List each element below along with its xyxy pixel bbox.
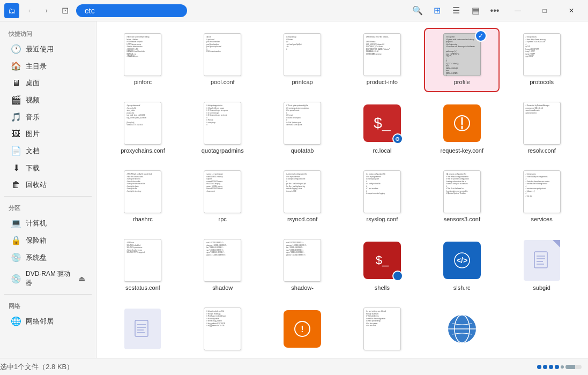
file-thumb-sensors3conf: # A sensors configuration file# This def… bbox=[441, 170, 483, 213]
file-name-quotatab: quotatab bbox=[291, 147, 314, 154]
sidebar-item-trash[interactable]: 🗑 回收站 bbox=[2, 177, 94, 193]
back-button[interactable]: ‹ bbox=[23, 4, 36, 18]
file-thumb-rclocal: $_ ⚙ bbox=[361, 102, 404, 145]
sidebar-item-music[interactable]: 🎵 音乐 bbox=[2, 109, 94, 125]
file-name-printcap: printcap bbox=[292, 78, 313, 86]
file-item-printcap[interactable]: # /etc/printcap# Printerslp:\ :sd=/var/s… bbox=[265, 28, 340, 92]
sidebar-label-video: 视频 bbox=[26, 95, 40, 105]
quick-access-title: 快捷访问 bbox=[0, 26, 96, 40]
file-item-extra4[interactable]: # a port settings are definedthrough bui… bbox=[344, 302, 420, 358]
file-item-extra3[interactable]: ! bbox=[265, 302, 340, 358]
selected-checkmark: ✓ bbox=[475, 30, 487, 42]
file-item-poolconf[interactable]: @root# pool.confpool /dev/urandompool /d… bbox=[185, 28, 260, 92]
file-thumb-printcap: # /etc/printcap# Printerslp:\ :sd=/var/s… bbox=[281, 33, 324, 76]
file-name-shadow-dash: shadow- bbox=[291, 284, 314, 291]
sidebar-item-network[interactable]: 🌐 网络邻居 bbox=[2, 313, 94, 329]
file-item-shadow-dash[interactable]: root:!:18395:0:99999:7:::daemon:*:18395:… bbox=[265, 234, 340, 298]
txt-icon-sestatusconf: # SELinuxSELINUX=disabledSELINUX=permiss… bbox=[124, 239, 161, 282]
sidebar-item-vault[interactable]: 🔒 保险箱 bbox=[2, 232, 94, 249]
sidebar-item-computer[interactable]: 💻 计算机 bbox=[2, 215, 94, 231]
file-thumb-extra5 bbox=[441, 308, 483, 350]
file-item-rsyslogconf[interactable]: # a syslog configuration file# for rsysl… bbox=[344, 165, 420, 229]
request-icon bbox=[443, 104, 481, 142]
file-item-subgid[interactable]: subgid bbox=[504, 234, 579, 298]
statusbar: 选中1个文件（2.8 KB） bbox=[0, 358, 588, 375]
close-button[interactable]: ✕ bbox=[559, 2, 584, 19]
file-item-requestkeyconf[interactable]: request-key.conf bbox=[424, 96, 500, 161]
file-thumb-rpc: sunrpc 111 portmapperrstatd 100001 rstat… bbox=[201, 170, 244, 213]
file-area[interactable]: if there are some default settingbelow, … bbox=[96, 21, 588, 358]
network-title: 网络 bbox=[0, 298, 96, 312]
txt-icon-pinforc: if there are some default settingbelow, … bbox=[124, 33, 161, 76]
file-item-shells[interactable]: $_ shells bbox=[344, 234, 420, 298]
file-name-slshrc: slsh.rc bbox=[453, 284, 471, 291]
file-item-productinfo[interactable]: LSB Release 20 of the Softwar...LSB Rele… bbox=[344, 28, 420, 92]
file-name-pinforc: pinforc bbox=[134, 78, 152, 86]
txt-icon-proxychains: # proxychains.conf# a config filestrict_… bbox=[124, 102, 161, 145]
file-item-proxychains[interactable]: # proxychains.conf# a config filestrict_… bbox=[105, 96, 181, 161]
file-item-extra5[interactable] bbox=[424, 302, 500, 358]
dot-1 bbox=[537, 365, 541, 369]
file-item-services[interactable]: # /etc/services# From IANA port assignme… bbox=[504, 165, 579, 229]
search-button[interactable]: 🔍 bbox=[409, 2, 426, 19]
sidebar-label-downloads: 下载 bbox=[26, 163, 40, 173]
sidebar-divider-2 bbox=[4, 294, 92, 295]
sidebar-item-systemdisk[interactable]: 💿 系统盘 bbox=[2, 249, 94, 266]
sidebar-item-downloads[interactable]: ⬇ 下载 bbox=[2, 160, 94, 176]
sidebar-item-home[interactable]: 🏠 主目录 bbox=[2, 58, 94, 74]
address-bar[interactable] bbox=[76, 4, 187, 17]
svg-text:!: ! bbox=[301, 325, 303, 334]
txt-icon-shadow: root:!:18395:0:99999:7:::daemon:*:18395:… bbox=[204, 239, 241, 282]
sidebar-item-dvd[interactable]: 💿 DVD-RAM 驱动器 ⏏ bbox=[2, 266, 94, 291]
file-thumb-proxychains: # proxychains.conf# a config filestrict_… bbox=[121, 102, 164, 145]
downloads-icon: ⬇ bbox=[11, 163, 21, 173]
forward-button[interactable]: › bbox=[40, 4, 54, 18]
sidebar-item-desktop[interactable]: 🖥 桌面 bbox=[2, 75, 94, 91]
file-name-shadow: shadow bbox=[212, 284, 233, 291]
eject-button[interactable]: ⏏ bbox=[78, 274, 85, 283]
file-item-extra1[interactable] bbox=[105, 302, 181, 358]
file-item-pinforc[interactable]: if there are some default settingbelow, … bbox=[105, 28, 181, 92]
file-item-shadow[interactable]: root:!:18395:0:99999:7:::daemon:*:18395:… bbox=[185, 234, 260, 298]
file-thumb-shadow-dash: root:!:18395:0:99999:7:::daemon:*:18395:… bbox=[281, 239, 324, 282]
file-item-resolvconf[interactable]: # Generated by NetworkManagernameserver … bbox=[504, 96, 579, 161]
dot-2 bbox=[543, 365, 547, 369]
file-thumb-extra1 bbox=[121, 308, 164, 350]
file-item-quotagrpadmins[interactable]: # /etc/quotagrpadmins# It has 3 differen… bbox=[185, 96, 260, 161]
sidebar-item-documents[interactable]: 📄 文档 bbox=[2, 142, 94, 159]
pictures-icon: 🖼 bbox=[11, 129, 21, 139]
more-options-button[interactable]: ••• bbox=[486, 2, 503, 19]
file-thumb-extra4: # a port settings are definedthrough bui… bbox=[361, 308, 404, 350]
file-item-rsyncdconf[interactable]: # A terminal configuration file# for rsy… bbox=[265, 165, 340, 229]
sidebar-label-music: 音乐 bbox=[26, 112, 40, 122]
file-item-extra2[interactable]: # default include.conf file# through Fin… bbox=[185, 302, 260, 358]
grid-view-button[interactable]: ⊞ bbox=[428, 2, 445, 19]
sidebar-divider-1 bbox=[4, 196, 92, 197]
file-item-sestatusconf[interactable]: # SELinuxSELINUX=disabledSELINUX=permiss… bbox=[105, 234, 181, 298]
screenshot-button[interactable]: ⊡ bbox=[57, 3, 73, 19]
sidebar-item-pictures[interactable]: 🖼 图片 bbox=[2, 126, 94, 142]
file-item-rclocal[interactable]: $_ ⚙ rc.local bbox=[344, 96, 420, 161]
sidebar-label-documents: 文档 bbox=[26, 146, 40, 156]
file-item-profile[interactable]: ✓ # /etc/profile# System wide environmen… bbox=[424, 28, 500, 92]
shells-icon: $_ bbox=[363, 242, 401, 279]
dot-5 bbox=[561, 365, 564, 369]
sidebar-item-video[interactable]: 🎬 视频 bbox=[2, 92, 94, 108]
file-item-rpc[interactable]: sunrpc 111 portmapperrstatd 100001 rstat… bbox=[185, 165, 260, 229]
video-icon: 🎬 bbox=[11, 95, 21, 105]
file-thumb-productinfo: LSB Release 20 of the Softwar...LSB Rele… bbox=[361, 33, 404, 76]
sidebar: 快捷访问 🕐 最近使用 🏠 主目录 🖥 桌面 🎬 视频 🎵 音乐 🖼 图片 📄 … bbox=[0, 21, 96, 358]
file-item-quotatab[interactable]: # This is quite quota config file.# It c… bbox=[265, 96, 340, 161]
sidebar-item-recent[interactable]: 🕐 最近使用 bbox=[2, 41, 94, 57]
computer-icon: 💻 bbox=[11, 218, 21, 228]
file-item-sensors3conf[interactable]: # A sensors configuration file# This def… bbox=[424, 165, 500, 229]
file-item-protocols[interactable]: # /etc/protocols# from: https://www.iana… bbox=[504, 28, 579, 92]
txt-icon-protocols: # /etc/protocols# from: https://www.iana… bbox=[523, 33, 561, 76]
list-view-button[interactable]: ☰ bbox=[448, 2, 465, 19]
txt-icon-quotatab: # This is quite quota config file.# It c… bbox=[284, 102, 321, 145]
detail-view-button[interactable]: ▤ bbox=[467, 2, 484, 19]
file-item-slshrc[interactable]: </> slsh.rc bbox=[424, 234, 500, 298]
file-item-rhashrc[interactable]: # The RHash config file should look# lik… bbox=[105, 165, 181, 229]
minimize-button[interactable]: — bbox=[505, 2, 530, 19]
maximize-button[interactable]: □ bbox=[532, 2, 557, 19]
